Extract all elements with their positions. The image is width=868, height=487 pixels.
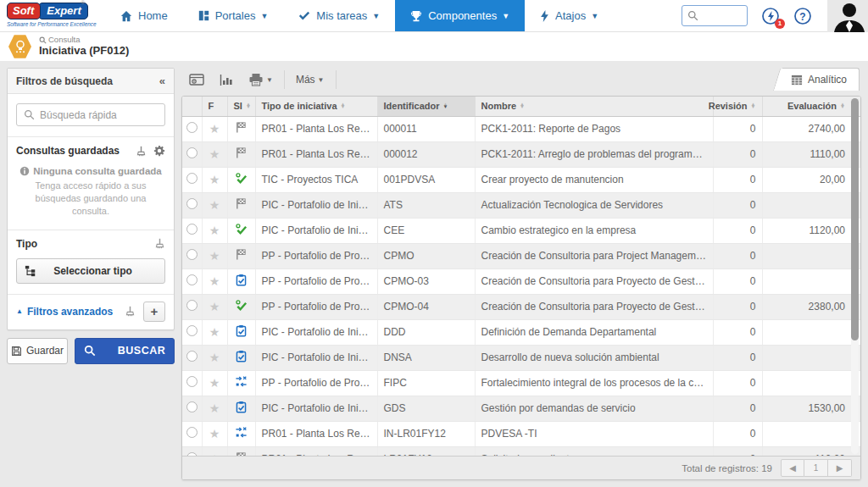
- more-label: Más: [296, 74, 315, 86]
- row-radio-button[interactable]: [186, 249, 198, 260]
- nombre-cell: Gestión por demandas de servicio: [475, 396, 713, 421]
- row-select-cell: [182, 116, 202, 141]
- favorite-star-icon[interactable]: ★: [209, 325, 220, 339]
- row-radio-button[interactable]: [186, 300, 198, 311]
- view-record-button[interactable]: [181, 68, 212, 91]
- column-header-evaluacion[interactable]: Evaluación▲▼: [762, 97, 860, 116]
- previous-page-button[interactable]: ◀: [781, 459, 804, 477]
- flag-status-icon: [235, 147, 248, 159]
- row-radio-button[interactable]: [186, 147, 198, 158]
- row-radio-button[interactable]: [186, 351, 198, 362]
- column-header-nombre[interactable]: Nombre▲▼: [475, 97, 713, 116]
- row-radio-button[interactable]: [186, 427, 198, 438]
- print-button[interactable]: ▼: [241, 68, 281, 91]
- tab-analitico[interactable]: Analítico: [782, 68, 860, 91]
- table-row[interactable]: ★PIC - Portafolio de IniciativasDDDDefin…: [182, 319, 860, 345]
- scrollbar-thumb[interactable]: [851, 98, 859, 340]
- favorite-star-icon[interactable]: ★: [209, 249, 220, 263]
- nav-componentes[interactable]: Componentes ▼: [395, 0, 525, 31]
- vertical-scrollbar[interactable]: [851, 98, 859, 454]
- si-status-cell: [227, 268, 255, 294]
- softexpert-logo[interactable]: Soft Expert ® Software for Performance E…: [0, 0, 90, 31]
- collapse-sidebar-button[interactable]: «: [159, 75, 165, 87]
- favorite-star-icon[interactable]: ★: [209, 376, 220, 390]
- table-row[interactable]: ★PIC - Portafolio de IniciativasCEECambi…: [182, 218, 860, 243]
- evaluacion-cell: 2740,00: [762, 116, 860, 141]
- row-radio-button[interactable]: [186, 325, 198, 336]
- column-header-tipo[interactable]: Tipo de iniciativa▲▼: [255, 97, 377, 116]
- help-button[interactable]: ?: [793, 7, 812, 25]
- si-status-cell: [227, 167, 255, 192]
- revision-cell: 0: [713, 370, 762, 396]
- si-status-cell: [227, 421, 255, 446]
- table-row[interactable]: ★PP - Portafolio de ProyectosCPMO-04Crea…: [182, 294, 860, 319]
- identificador-cell: 000012: [377, 141, 475, 167]
- favorite-star-icon[interactable]: ★: [209, 147, 220, 161]
- add-filter-button[interactable]: +: [143, 302, 165, 322]
- table-row[interactable]: ★PR01 - Planta Los Reyes000011PCK1-2011:…: [182, 116, 860, 141]
- table-row[interactable]: ★PP - Portafolio de ProyectosCPMO-03Crea…: [182, 268, 860, 294]
- table-row[interactable]: ★PP - Portafolio de ProyectosCPMOCreació…: [182, 243, 860, 268]
- table-row[interactable]: ★PR01 - Planta Los ReyesIN-LR01FY12PDVES…: [182, 421, 860, 446]
- row-select-cell: [182, 192, 202, 218]
- select-type-button[interactable]: Seleccionar tipo: [16, 258, 165, 284]
- next-page-button[interactable]: ▶: [828, 459, 852, 477]
- user-avatar[interactable]: [827, 0, 868, 32]
- favorite-star-icon[interactable]: ★: [209, 401, 220, 415]
- global-search-input[interactable]: [702, 10, 743, 22]
- row-radio-button[interactable]: [186, 376, 198, 387]
- favorite-star-icon[interactable]: ★: [209, 274, 220, 288]
- favorite-star-icon[interactable]: ★: [209, 427, 220, 440]
- revision-cell: 0: [713, 319, 762, 345]
- clear-filter-icon[interactable]: [136, 146, 147, 157]
- favorite-star-icon[interactable]: ★: [209, 351, 220, 364]
- chevron-up-icon: ▲: [16, 307, 23, 315]
- favorite-star-icon[interactable]: ★: [209, 224, 220, 237]
- column-header-f[interactable]: F: [202, 97, 227, 116]
- table-row[interactable]: ★PIC - Portafolio de IniciativasDNSADesa…: [182, 345, 860, 370]
- favorite-star-icon[interactable]: ★: [209, 173, 220, 186]
- row-radio-button[interactable]: [186, 122, 198, 133]
- gear-icon[interactable]: [153, 145, 165, 157]
- table-row[interactable]: ★PIC - Portafolio de IniciativasATSActua…: [182, 192, 860, 218]
- column-header-revision[interactable]: Revisión▲▼: [713, 97, 762, 116]
- nav-atajos[interactable]: Atajos ▼: [525, 0, 614, 31]
- nav-portales[interactable]: Portales ▼: [183, 0, 284, 31]
- row-radio-button[interactable]: [186, 401, 198, 412]
- results-grid-panel: F SI▲▼ Tipo de iniciativa▲▼ Identificado…: [181, 96, 861, 480]
- column-header-identificador[interactable]: Identificador▲▼: [377, 97, 475, 116]
- row-radio-button[interactable]: [186, 198, 198, 209]
- save-query-button[interactable]: Guardar: [7, 338, 68, 364]
- chart-button[interactable]: [212, 68, 241, 91]
- favorite-cell: ★: [202, 421, 227, 446]
- table-row[interactable]: ★TIC - Proyectos TICA001PDVSACrear proye…: [182, 167, 860, 192]
- search-button[interactable]: BUSCAR: [75, 338, 175, 364]
- clear-filter-icon[interactable]: [154, 238, 165, 249]
- favorite-star-icon[interactable]: ★: [209, 122, 220, 136]
- row-radio-button[interactable]: [186, 224, 198, 235]
- table-row[interactable]: ★PP - Portafolio de ProyectosFIPCFortale…: [182, 370, 860, 396]
- row-radio-button[interactable]: [186, 274, 198, 285]
- nav-home[interactable]: Home: [105, 0, 183, 31]
- check-status-icon: [235, 223, 248, 235]
- table-row[interactable]: ★PIC - Portafolio de IniciativasGDSGesti…: [182, 396, 860, 421]
- column-header-si[interactable]: SI▲▼: [227, 97, 255, 116]
- nombre-cell: Definición de Demanda Departamental: [475, 319, 713, 345]
- current-page-button[interactable]: 1: [804, 459, 828, 477]
- clear-filter-icon[interactable]: [125, 306, 136, 317]
- favorite-star-icon[interactable]: ★: [209, 198, 220, 212]
- chevron-down-icon: ▼: [591, 12, 598, 20]
- evaluacion-cell: [762, 319, 860, 345]
- table-row[interactable]: ★PR01 - Planta Los Reyes000012PCK1-2011:…: [182, 141, 860, 167]
- row-radio-button[interactable]: [186, 173, 198, 184]
- favorite-star-icon[interactable]: ★: [209, 300, 220, 313]
- quick-search-input[interactable]: [40, 109, 158, 121]
- nav-mis-tareas[interactable]: Mis tareas ▼: [283, 0, 395, 31]
- more-button[interactable]: Más ▼: [288, 68, 332, 91]
- flag-status-icon: [235, 121, 248, 134]
- favorite-cell: ★: [202, 167, 227, 192]
- advanced-filters-toggle[interactable]: ▲ Filtros avanzados: [16, 306, 125, 318]
- evaluacion-cell: 2380,00: [762, 294, 860, 319]
- revision-cell: 0: [713, 141, 762, 167]
- notifications-button[interactable]: 1: [761, 7, 780, 25]
